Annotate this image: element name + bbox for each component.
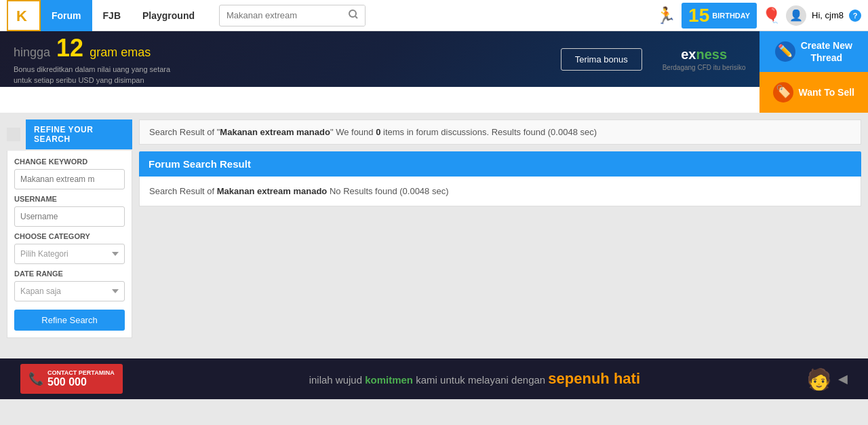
- bottom-banner: 📞 CONTACT PERTAMINA 500 000 inilah wujud…: [0, 358, 868, 399]
- header: K Forum FJB Playground Makanan extream 🏃…: [0, 0, 868, 31]
- forum-result-header: Forum Search Result: [139, 151, 861, 177]
- search-bar: Makanan extream: [219, 5, 366, 26]
- terima-button[interactable]: Terima bonus: [561, 48, 642, 71]
- exness-logo: exness: [663, 47, 746, 62]
- sidebar: REFINE YOUR SEARCH CHANGE KEYWORD USERNA…: [7, 119, 132, 338]
- sidebar-checkbox[interactable]: [7, 128, 20, 141]
- avatar: 👤: [786, 5, 806, 26]
- sidebar-content: CHANGE KEYWORD USERNAME CHOOSE CATEGORY …: [7, 151, 132, 338]
- result-body-prefix: Search Result of: [149, 186, 217, 196]
- date-select[interactable]: Kapan saja: [14, 281, 125, 301]
- banner-subtitle2: untuk setiap seribu USD yang disimpan: [14, 76, 540, 84]
- header-right: 🏃 15 BIRTHDAY 🎈 👤 Hi, cjm8 ?: [656, 3, 861, 29]
- help-icon[interactable]: ?: [849, 10, 861, 22]
- refine-search-button[interactable]: Refine Search: [14, 310, 125, 331]
- category-select[interactable]: Pilih Kategori: [14, 244, 125, 264]
- banner-prefix: hingga: [14, 45, 50, 59]
- result-keyword: Makanan extream manado: [220, 127, 330, 137]
- forum-result-body: Search Result of Makanan extream manado …: [139, 177, 861, 206]
- search-result-bar: Search Result of "Makanan extream manado…: [139, 119, 861, 145]
- banner-text-large: sepenuh hati: [548, 370, 640, 387]
- nav-playground[interactable]: Playground: [132, 0, 205, 31]
- banner-risk: Berdagang CFD itu berisiko: [663, 64, 746, 71]
- nav-forum[interactable]: Forum: [41, 0, 92, 31]
- keyword-label: CHANGE KEYWORD: [14, 158, 125, 166]
- banner-content: hingga 12 gram emas Bonus dikreditkan da…: [14, 34, 540, 84]
- want-to-sell-button[interactable]: 🏷️ Want To Sell: [760, 72, 868, 113]
- birthday-number: 15: [688, 6, 709, 25]
- username-input[interactable]: [14, 206, 125, 227]
- create-icon: ✏️: [775, 41, 795, 62]
- svg-point-2: [349, 10, 356, 17]
- contact-box[interactable]: 📞 CONTACT PERTAMINA 500 000: [20, 364, 123, 394]
- nav-fjb[interactable]: FJB: [92, 0, 132, 31]
- username-label: USERNAME: [14, 195, 125, 203]
- banner-text-bold: komitmen: [365, 374, 413, 386]
- user-greeting: Hi, cjm8: [812, 10, 844, 20]
- sell-label: Want To Sell: [799, 86, 854, 98]
- create-label-line1: Create New: [801, 39, 852, 52]
- result-prefix: Search Result of ": [149, 127, 220, 137]
- promo-banner: hingga 12 gram emas Bonus dikreditkan da…: [0, 31, 760, 87]
- category-label: CHOOSE CATEGORY: [14, 232, 125, 240]
- logo[interactable]: K: [7, 0, 41, 31]
- banner-suffix: gram emas: [90, 45, 151, 59]
- create-thread-button[interactable]: ✏️ Create New Thread: [760, 31, 868, 72]
- date-label: DATE RANGE: [14, 270, 125, 278]
- svg-line-3: [355, 16, 357, 18]
- banner-text-prefix: inilah wujud: [309, 374, 366, 386]
- result-body-keyword: Makanan extream manado: [217, 186, 328, 196]
- contact-label: CONTACT PERTAMINA: [47, 369, 115, 376]
- banner-title: hingga 12 gram emas: [14, 34, 540, 62]
- balloon-icon: 🎈: [762, 7, 781, 24]
- birthday-label: BIRTHDAY: [712, 12, 750, 20]
- search-button[interactable]: [342, 5, 365, 26]
- runner-icon: 🏃: [656, 6, 676, 25]
- search-input[interactable]: Makanan extream: [220, 10, 342, 20]
- sell-icon: 🏷️: [773, 82, 793, 103]
- result-suffix: " We found: [330, 127, 376, 137]
- create-label-line2: Thread: [801, 52, 852, 64]
- exness-area: exness Berdagang CFD itu berisiko: [663, 47, 746, 71]
- banner-number: 12: [56, 34, 83, 62]
- banner-subtitle1: Bonus dikreditkan dalam nilai uang yang …: [14, 65, 540, 73]
- content-area: Search Result of "Makanan extream manado…: [139, 119, 861, 338]
- birthday-badge: 15 BIRTHDAY: [682, 3, 757, 29]
- keyword-input[interactable]: [14, 169, 125, 189]
- bottom-banner-text: inilah wujud komitmen kami untuk melayan…: [143, 370, 806, 388]
- banner-text-middle: kami untuk melayani dengan: [413, 374, 548, 386]
- result-after: items in forum discussions. Results foun…: [380, 127, 597, 137]
- person-figure: 🧑: [806, 367, 831, 391]
- phone-icon: 📞: [28, 371, 43, 386]
- phone-number: 500 000: [47, 376, 115, 388]
- svg-text:K: K: [16, 7, 27, 24]
- forum-result-section: Forum Search Result Search Result of Mak…: [139, 151, 861, 206]
- action-buttons: ✏️ Create New Thread 🏷️ Want To Sell: [760, 31, 868, 113]
- main-container: REFINE YOUR SEARCH CHANGE KEYWORD USERNA…: [0, 119, 868, 338]
- result-body-suffix: No Results found (0.0048 sec): [327, 186, 448, 196]
- collapse-button[interactable]: ◀: [838, 371, 848, 386]
- refine-header: REFINE YOUR SEARCH: [26, 119, 132, 149]
